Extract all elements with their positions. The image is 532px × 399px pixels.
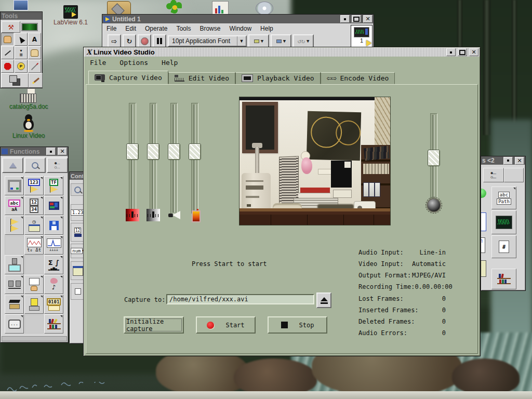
minimize-button[interactable] (446, 48, 456, 56)
controls-titlebar[interactable]: Cont (70, 172, 85, 180)
functions-item-app-control[interactable] (24, 275, 44, 294)
numeric-control-item[interactable]: 1.23 (71, 204, 85, 221)
palette-blank-button[interactable] (504, 168, 524, 182)
slider-handle[interactable] (168, 143, 180, 160)
functions-titlebar[interactable]: Functions ✕ (1, 147, 68, 156)
string-path-item[interactable]: abc Path (491, 187, 516, 209)
chart-document-icon[interactable] (212, 1, 229, 16)
functions-item-time-dialog[interactable]: ◷ (24, 216, 44, 235)
ring-control-item[interactable]: num▼ (71, 244, 85, 258)
functions-item-array[interactable]: 1234 (24, 196, 44, 215)
flower-icon[interactable] (166, 1, 184, 15)
menu-help[interactable]: Help (260, 25, 273, 33)
probe-tool[interactable]: P (15, 60, 28, 73)
functions-item-mathematics[interactable]: Σ ∫▂▄▆▄▂ (44, 255, 63, 274)
minimize-button[interactable] (46, 148, 56, 155)
close-button[interactable]: ✕ (363, 15, 373, 23)
whiteness-slider[interactable] (170, 103, 178, 214)
functions-item-structures[interactable] (5, 176, 24, 195)
led-icon-fragment[interactable] (481, 189, 486, 198)
cd-icon[interactable] (256, 2, 273, 15)
untitled-titlebar[interactable]: Untitled 1 ✕ (102, 15, 374, 23)
graph-icon-fragment[interactable] (481, 212, 486, 231)
wire-tool[interactable] (1, 46, 14, 59)
functions-item-graphics-sound[interactable]: ♪ (44, 275, 63, 294)
maximize-button[interactable] (458, 48, 467, 56)
initialize-capture-button[interactable]: Initialize capture (124, 316, 184, 334)
menu-options[interactable]: Options (119, 59, 148, 68)
menu-operate[interactable]: Operate (145, 25, 167, 33)
tab-encode-video[interactable]: ⇦⇨ Encode Video (321, 72, 395, 84)
menu-browse[interactable]: Browse (200, 25, 220, 33)
waveform-graph-item[interactable] (491, 210, 516, 234)
run-continuous-button[interactable]: ↻ (123, 34, 136, 48)
start-button[interactable]: Start (196, 316, 256, 334)
functions-item-numeric[interactable]: 123 (24, 176, 44, 195)
tab-capture-video[interactable]: Capture Video (88, 71, 168, 84)
palette-scrollbar[interactable] (2, 336, 67, 341)
palette-toolbar-fragment[interactable] (71, 183, 85, 196)
functions-item-string[interactable]: abcaA (5, 196, 24, 215)
tab-edit-video[interactable]: Edit Video (168, 72, 235, 84)
scroll-tool[interactable] (28, 46, 41, 59)
font-selector[interactable]: 10pt Application Font ▼ (168, 35, 247, 47)
run-button[interactable]: ⇨ (108, 34, 121, 48)
functions-item-boolean[interactable]: TF (44, 176, 63, 195)
align-objects-dropdown[interactable]: ▼ (248, 34, 269, 48)
minimize-button[interactable] (503, 157, 513, 165)
functions-item-tutorial[interactable] (5, 295, 24, 314)
functions-item-waveform[interactable]: t₀ Δt (24, 235, 44, 255)
capture-path-input[interactable] (166, 294, 314, 304)
distribute-objects-dropdown[interactable]: ▼ (271, 34, 291, 48)
close-button[interactable]: ✕ (515, 157, 524, 165)
brightness-slider[interactable] (129, 103, 136, 214)
color-copy-tool[interactable] (28, 60, 41, 73)
close-button[interactable]: ✕ (58, 148, 67, 155)
monitor-icon-fragment[interactable] (14, 0, 28, 10)
colour-slider[interactable] (191, 103, 198, 214)
menu-help[interactable]: Help (162, 59, 178, 68)
operate-tool[interactable] (1, 33, 14, 46)
menu-edit[interactable]: Edit (125, 25, 136, 33)
decorations-item[interactable] (71, 283, 85, 300)
menu-tool[interactable]: ▾≡ (15, 46, 28, 59)
dialog-control-item[interactable] (71, 261, 85, 280)
position-tool[interactable] (15, 33, 28, 46)
maximize-button[interactable] (352, 15, 361, 23)
desktop-icon-labview[interactable]: LabView 6.1 (45, 5, 97, 26)
functions-item-advanced[interactable]: 0101 (44, 295, 63, 314)
array-cluster-item[interactable]: 12 (71, 223, 85, 242)
slider-handle[interactable] (147, 143, 159, 160)
slider-handle[interactable] (428, 150, 440, 166)
up-level-button[interactable] (2, 157, 23, 173)
options-button[interactable]: ●﹏○﹏ (47, 157, 68, 173)
stop-button[interactable]: Stop (268, 316, 327, 334)
doc-icon-fragment[interactable] (481, 260, 486, 277)
volume-slider[interactable] (430, 113, 437, 206)
slider-handle[interactable] (189, 143, 201, 160)
tab-playback-video[interactable]: Playback Video (235, 72, 321, 84)
functions-item-analyze[interactable]: ⊥⊥⊥⊥ (44, 235, 63, 255)
desktop-icon-catalog-doc[interactable]: catalog5a.doc (0, 88, 57, 110)
close-button[interactable]: ✕ (469, 48, 478, 56)
select-control-item[interactable] (491, 269, 516, 289)
tools-titlebar[interactable]: Tools (1, 12, 42, 20)
brush-tool[interactable] (29, 73, 43, 88)
functions-item-instrument-io[interactable] (5, 255, 24, 274)
functions-item-comparison[interactable] (5, 216, 24, 235)
functions-item-select-vi[interactable] (44, 314, 63, 334)
vi-icon-pane[interactable]: 1 (351, 25, 373, 49)
text-tool[interactable]: A (28, 33, 41, 46)
functions-item-file-io[interactable] (44, 216, 63, 235)
menu-file[interactable]: File (107, 25, 116, 33)
menu-file[interactable]: File (90, 59, 106, 68)
menu-tools[interactable]: Tools (176, 25, 191, 33)
functions-item-communication[interactable] (5, 275, 24, 294)
pause-button[interactable] (153, 34, 166, 48)
menu-window[interactable]: Window (229, 25, 251, 33)
slider-handle[interactable] (126, 143, 139, 160)
minimize-button[interactable] (340, 15, 350, 23)
breakpoint-tool[interactable] (1, 60, 14, 73)
abort-button[interactable] (138, 34, 151, 48)
desktop-icon-linux-video[interactable]: Linux Video (0, 114, 57, 139)
